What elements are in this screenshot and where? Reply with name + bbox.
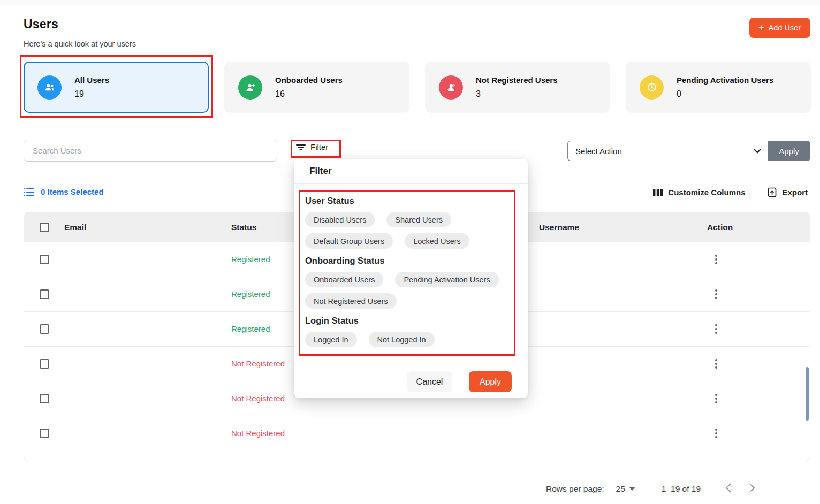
row-checkbox[interactable]	[40, 289, 49, 299]
filter-chip-onboarded-users[interactable]: Onboarded Users	[305, 272, 383, 287]
row-actions-kebab-icon[interactable]	[715, 289, 717, 299]
items-selected[interactable]: 0 Items Selected	[24, 187, 104, 196]
stat-cards: All Users 19 Onboarded Users 16 Not Regi…	[24, 62, 811, 113]
stat-card-onboarded-users[interactable]: Onboarded Users 16	[224, 62, 409, 113]
row-checkbox[interactable]	[40, 255, 49, 264]
table-tools: Customize Columns Export	[653, 187, 808, 197]
filter-panel: Filter User Status Disabled Users Shared…	[294, 159, 528, 398]
filter-section-login-status: Login Status	[305, 316, 517, 326]
row-checkbox[interactable]	[40, 359, 49, 369]
pagination-range: 1–19 of 19	[662, 484, 701, 494]
export-button[interactable]: Export	[768, 187, 808, 197]
status-badge: Not Registered	[231, 359, 285, 368]
bulk-apply-button[interactable]: Apply	[768, 141, 810, 161]
chevron-down-icon	[754, 149, 761, 154]
select-action-value: Select Action	[575, 147, 622, 156]
filter-apply-button[interactable]: Apply	[469, 371, 512, 392]
stat-card-value: 0	[677, 89, 773, 99]
caret-down-icon	[629, 487, 635, 491]
stat-card-text: Not Registered Users 3	[476, 75, 558, 99]
filter-chip-locked-users[interactable]: Locked Users	[405, 233, 469, 249]
filter-button[interactable]: Filter	[296, 142, 328, 151]
row-actions-kebab-icon[interactable]	[715, 324, 717, 334]
customize-columns-button[interactable]: Customize Columns	[653, 188, 745, 197]
filter-chip-group: Logged In Not Logged In	[305, 332, 514, 347]
status-badge: Not Registered	[231, 429, 285, 438]
row-checkbox[interactable]	[40, 429, 49, 438]
page-subtitle: Here's a quick look at your users	[24, 40, 136, 48]
rows-per-page-select[interactable]: 25	[616, 484, 635, 494]
filter-chip-default-group-users[interactable]: Default Group Users	[305, 233, 393, 249]
column-header-action: Action	[692, 223, 810, 232]
filter-cancel-button[interactable]: Cancel	[407, 371, 452, 392]
status-badge: Registered	[231, 289, 270, 299]
stat-card-all-users[interactable]: All Users 19	[24, 62, 209, 113]
search-input[interactable]	[24, 140, 277, 162]
filter-panel-footer: Cancel Apply	[407, 371, 512, 392]
row-checkbox[interactable]	[40, 394, 49, 403]
row-actions-kebab-icon[interactable]	[715, 255, 717, 264]
next-page-icon[interactable]	[749, 483, 755, 495]
filter-chip-shared-users[interactable]: Shared Users	[386, 212, 451, 227]
status-badge: Registered	[231, 255, 270, 264]
export-icon	[768, 187, 777, 197]
table-scrollbar-thumb[interactable]	[806, 367, 809, 421]
stat-card-value: 3	[476, 89, 558, 99]
list-icon	[24, 188, 34, 196]
table-row: Not Registered	[24, 416, 810, 450]
row-actions-kebab-icon[interactable]	[715, 394, 717, 403]
stat-card-label: All Users	[74, 75, 109, 85]
filter-chip-disabled-users[interactable]: Disabled Users	[305, 212, 375, 227]
select-action-dropdown[interactable]: Select Action	[567, 141, 768, 161]
user-slash-icon	[439, 75, 463, 100]
items-selected-label: 0 Items Selected	[41, 187, 104, 196]
rows-per-page-label: Rows per page:	[546, 484, 604, 494]
status-badge: Registered	[231, 324, 270, 333]
filter-chip-not-logged-in[interactable]: Not Logged In	[369, 332, 435, 347]
customize-columns-label: Customize Columns	[668, 188, 745, 197]
stat-card-value: 19	[74, 89, 109, 99]
stat-card-label: Onboarded Users	[275, 75, 343, 85]
columns-icon	[653, 188, 663, 197]
filter-chip-group: Disabled Users Shared Users Default Grou…	[305, 212, 514, 249]
stat-card-value: 16	[275, 89, 343, 99]
filter-section-user-status: User Status	[305, 196, 517, 206]
filter-chip-logged-in[interactable]: Logged In	[305, 332, 357, 347]
filter-chip-pending-activation-users[interactable]: Pending Activation Users	[395, 272, 498, 287]
pagination: Rows per page: 25 1–19 of 19	[546, 483, 755, 495]
stat-card-text: All Users 19	[74, 75, 109, 99]
rows-per-page-value: 25	[616, 484, 625, 494]
page-title: Users	[24, 17, 58, 32]
filter-chip-group: Onboarded Users Pending Activation Users…	[305, 272, 514, 309]
stat-card-not-registered-users[interactable]: Not Registered Users 3	[425, 62, 610, 113]
row-actions-kebab-icon[interactable]	[715, 429, 717, 438]
export-label: Export	[782, 188, 808, 197]
users-icon	[37, 75, 62, 100]
stat-card-text: Onboarded Users 16	[275, 75, 343, 99]
previous-page-icon[interactable]	[725, 483, 731, 495]
users-page: Users Here's a quick look at your users …	[0, 0, 820, 504]
select-all-checkbox[interactable]	[40, 223, 49, 232]
filter-icon	[296, 143, 306, 151]
filter-chip-not-registered-users[interactable]: Not Registered Users	[305, 293, 397, 309]
user-plus-icon	[238, 75, 262, 100]
filter-panel-content: User Status Disabled Users Shared Users …	[294, 184, 528, 347]
top-strip	[0, 0, 820, 5]
bulk-action-group: Select Action Apply	[567, 141, 810, 161]
add-user-label: Add User	[769, 24, 801, 32]
add-user-button[interactable]: + Add User	[749, 18, 810, 38]
stat-card-pending-activation-users[interactable]: Pending Activation Users 0	[626, 62, 811, 113]
status-badge: Not Registered	[231, 394, 285, 403]
filter-section-onboarding-status: Onboarding Status	[305, 256, 517, 266]
column-header-username: Username	[539, 223, 692, 232]
stat-card-label: Not Registered Users	[476, 75, 558, 85]
row-checkbox[interactable]	[40, 324, 49, 334]
filter-panel-title: Filter	[294, 159, 528, 183]
plus-icon: +	[759, 22, 764, 33]
stat-card-label: Pending Activation Users	[677, 75, 773, 85]
column-header-email: Email	[64, 223, 231, 232]
stat-card-text: Pending Activation Users 0	[677, 75, 773, 99]
row-actions-kebab-icon[interactable]	[715, 359, 717, 369]
clock-icon	[640, 75, 664, 100]
filter-button-label: Filter	[310, 142, 328, 151]
